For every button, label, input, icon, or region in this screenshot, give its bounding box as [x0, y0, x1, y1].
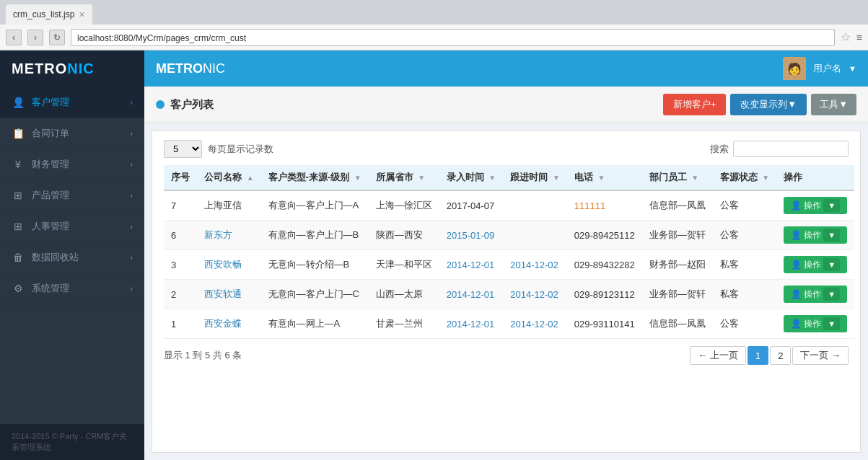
- cell-city: 上海—徐汇区: [369, 190, 439, 221]
- prev-page-button[interactable]: ← 上一页: [690, 346, 746, 365]
- cell-follow-time: 2014-12-02: [503, 250, 567, 280]
- table-controls: 5 10 25 每页显示记录数 搜索: [164, 140, 849, 158]
- table-body: 7 上海亚信 有意向—客户上门—A 上海—徐汇区 2017-04-07 1111…: [164, 190, 854, 339]
- chevron-right-icon: ›: [130, 98, 133, 107]
- cell-seq: 3: [164, 250, 197, 280]
- col-type[interactable]: 客户类型-来源-级别 ▼: [261, 165, 369, 190]
- action-button[interactable]: 👤操作 ▼: [784, 286, 847, 303]
- company-link[interactable]: 西安金蝶: [204, 318, 242, 329]
- search-area: 搜索: [710, 141, 849, 157]
- sidebar-label-recycle: 数据回收站: [32, 251, 123, 264]
- sidebar-item-finance[interactable]: ¥ 财务管理 ›: [0, 149, 144, 180]
- bookmark-icon[interactable]: ☆: [841, 30, 851, 44]
- col-action: 操作: [776, 165, 854, 190]
- cell-action: 👤操作 ▼: [776, 280, 854, 309]
- action-button[interactable]: 👤操作 ▼: [784, 197, 847, 214]
- cell-follow-time: 2014-12-02: [503, 280, 567, 309]
- forward-button[interactable]: ›: [27, 30, 43, 45]
- contract-icon: 📋: [12, 128, 25, 139]
- action-button[interactable]: 👤操作 ▼: [784, 226, 847, 244]
- sidebar: METRONIC 👤 客户管理 › 📋 合同订单 › ¥ 财务管理 › ⊞ 产品…: [0, 50, 144, 460]
- sidebar-item-recycle[interactable]: 🗑 数据回收站 ›: [0, 242, 144, 273]
- title-dot: [156, 100, 165, 109]
- cell-type: 无意向—转介绍—B: [261, 250, 369, 280]
- cell-type: 无意向—客户上门—C: [261, 280, 369, 309]
- tab-close-icon[interactable]: ✕: [79, 10, 85, 19]
- change-columns-button[interactable]: 改变显示列▼: [730, 94, 807, 115]
- user-name: 用户名: [813, 62, 841, 75]
- top-navbar: METRONIC 🧑 用户名 ▼: [144, 50, 868, 87]
- cell-seq: 1: [164, 309, 197, 339]
- sidebar-item-hr[interactable]: ⊞ 人事管理 ›: [0, 211, 144, 242]
- dropdown-arrow-icon[interactable]: ▼: [823, 288, 840, 301]
- chevron-right-icon-5: ›: [130, 222, 133, 231]
- col-status[interactable]: 客源状态 ▼: [713, 165, 777, 190]
- sidebar-item-product[interactable]: ⊞ 产品管理 ›: [0, 180, 144, 211]
- sidebar-item-contract[interactable]: 📋 合同订单 ›: [0, 118, 144, 149]
- tab-bar: crm_cus_list.jsp ✕: [0, 0, 868, 25]
- col-city[interactable]: 所属省市 ▼: [369, 165, 439, 190]
- cell-dept: 财务部—赵阳: [642, 250, 713, 280]
- company-link[interactable]: 西安吹畅: [204, 259, 242, 270]
- col-company[interactable]: 公司名称 ▲: [197, 165, 261, 190]
- col-dept[interactable]: 部门员工 ▼: [642, 165, 713, 190]
- cell-company: 西安吹畅: [197, 250, 261, 280]
- hr-icon: ⊞: [12, 221, 25, 232]
- cell-city: 陕西—西安: [369, 221, 439, 250]
- cell-status: 私客: [713, 250, 777, 280]
- cell-phone: 029-89432282: [567, 250, 642, 280]
- sidebar-item-system[interactable]: ⚙ 系统管理 ›: [0, 273, 144, 304]
- col-create-time[interactable]: 录入时间 ▼: [439, 165, 504, 190]
- cell-status: 私客: [713, 280, 777, 309]
- product-icon: ⊞: [12, 190, 25, 201]
- sort-icon-company: ▲: [247, 174, 254, 182]
- cell-city: 甘肃—兰州: [369, 309, 439, 339]
- menu-icon[interactable]: ≡: [856, 32, 862, 43]
- page-2-button[interactable]: 2: [770, 346, 791, 365]
- navbar-brand: METRONIC: [156, 61, 225, 76]
- col-phone[interactable]: 电话 ▼: [567, 165, 642, 190]
- reload-button[interactable]: ↻: [49, 30, 65, 45]
- col-seq: 序号: [164, 165, 197, 190]
- tool-button[interactable]: 工具▼: [811, 94, 856, 115]
- search-input[interactable]: [733, 141, 849, 157]
- per-page-select[interactable]: 5 10 25: [164, 140, 202, 158]
- next-page-button[interactable]: 下一页 →: [792, 346, 849, 365]
- dropdown-arrow-icon[interactable]: ▼: [823, 317, 840, 330]
- cell-dept: 信息部—凤凰: [642, 190, 713, 221]
- dropdown-arrow-icon[interactable]: ▼: [823, 199, 840, 212]
- action-button[interactable]: 👤操作 ▼: [784, 256, 847, 273]
- cell-dept: 业务部—贺轩: [642, 280, 713, 309]
- company-link[interactable]: 新东方: [204, 229, 232, 240]
- page-1-button[interactable]: 1: [748, 346, 768, 365]
- person-icon: 👤: [791, 260, 802, 270]
- chevron-right-icon-2: ›: [130, 129, 133, 138]
- person-icon: 👤: [791, 319, 802, 329]
- cell-status: 公客: [713, 309, 777, 339]
- url-input[interactable]: localhost:8080/MyCrm/pages_crm/crm_cust: [71, 29, 835, 46]
- cell-city: 山西—太原: [369, 280, 439, 309]
- per-page-label: 每页显示记录数: [208, 143, 273, 156]
- sidebar-logo: METRONIC: [0, 50, 144, 87]
- dropdown-arrow-icon[interactable]: ▼: [823, 258, 840, 271]
- cell-company: 西安软通: [197, 280, 261, 309]
- browser-tab[interactable]: crm_cus_list.jsp ✕: [6, 4, 92, 25]
- sidebar-item-customer[interactable]: 👤 客户管理 ›: [0, 87, 144, 118]
- pagination: ← 上一页 1 2 下一页 →: [690, 346, 849, 365]
- cell-create-time: 2015-01-09: [439, 221, 504, 250]
- table-row: 7 上海亚信 有意向—客户上门—A 上海—徐汇区 2017-04-07 1111…: [164, 190, 854, 221]
- add-customer-button[interactable]: 新增客户+: [663, 94, 727, 115]
- dropdown-arrow-icon[interactable]: ▼: [823, 229, 840, 242]
- user-dropdown-icon[interactable]: ▼: [849, 64, 856, 73]
- cell-phone: 029-93110141: [567, 309, 642, 339]
- sort-icon-city: ▼: [418, 174, 425, 182]
- chevron-right-icon-3: ›: [130, 160, 133, 169]
- chevron-right-icon-4: ›: [130, 191, 133, 200]
- cell-create-time: 2017-04-07: [439, 190, 504, 221]
- company-link[interactable]: 西安软通: [204, 288, 242, 299]
- company-link[interactable]: 上海亚信: [204, 200, 242, 211]
- cell-phone: 111111: [567, 190, 642, 221]
- col-follow-time[interactable]: 跟进时间 ▼: [503, 165, 567, 190]
- back-button[interactable]: ‹: [6, 30, 22, 45]
- action-button[interactable]: 👤操作 ▼: [784, 315, 847, 332]
